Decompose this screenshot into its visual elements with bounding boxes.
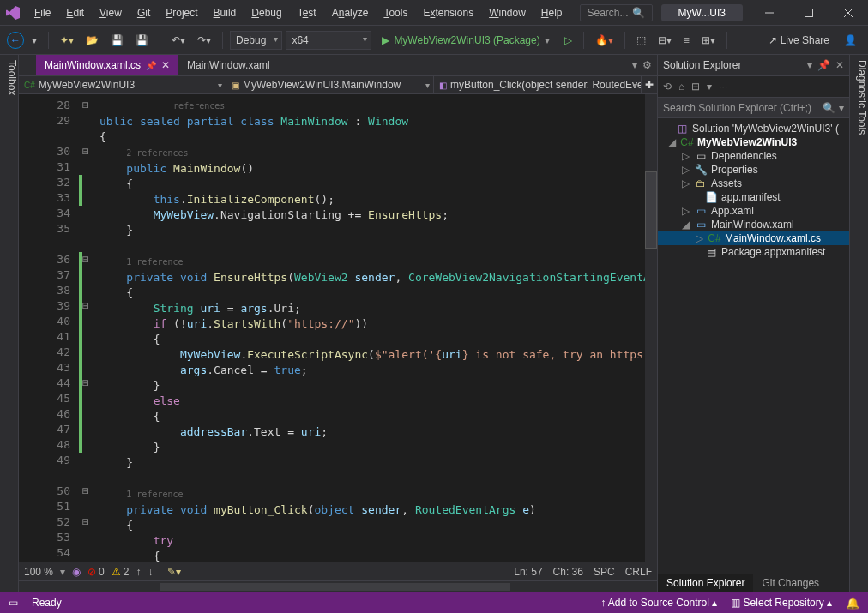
close-icon[interactable]: ✕ <box>161 59 170 71</box>
menu-help[interactable]: Help <box>534 3 570 22</box>
dropdown-icon[interactable]: ▾ <box>807 59 812 71</box>
eol-indicator[interactable]: CRLF <box>625 566 652 578</box>
nav-fwd-button[interactable]: ▾ <box>27 32 41 49</box>
tab-overflow-icon[interactable]: ▾ <box>632 59 637 71</box>
col-indicator[interactable]: Ch: 36 <box>553 566 583 578</box>
tb-btn-3[interactable]: ≡ <box>679 32 694 49</box>
menu-project[interactable]: Project <box>159 3 204 22</box>
warning-count[interactable]: 2 <box>124 566 130 578</box>
crumb-class[interactable]: ▣MyWebView2WinUI3.MainWindow <box>226 76 434 93</box>
toolbox-sidebar-tab[interactable]: Toolbox <box>0 55 19 592</box>
error-count[interactable]: 0 <box>99 566 105 578</box>
tab-solution-explorer[interactable]: Solution Explorer <box>658 574 753 592</box>
nav-down-button[interactable]: ↓ <box>148 566 153 578</box>
crumb-method[interactable]: ◧myButton_Click(object sender, RoutedEve… <box>434 76 642 93</box>
vertical-scrollbar[interactable] <box>645 94 657 562</box>
tab-mainwindow-cs[interactable]: MainWindow.xaml.cs 📌 ✕ <box>36 55 178 75</box>
menu-edit[interactable]: Edit <box>59 3 91 22</box>
package-manifest-node[interactable]: ▤Package.appxmanifest <box>658 245 849 259</box>
close-button[interactable] <box>829 0 868 26</box>
sol-collapse-icon[interactable]: ⊟ <box>691 81 700 93</box>
app-xaml-node[interactable]: ▷▭App.xaml <box>658 204 849 218</box>
solution-node[interactable]: ◫Solution 'MyWebView2WinUI3' ( <box>658 122 849 135</box>
codelens-ref[interactable]: 1 reference <box>126 257 183 267</box>
app-manifest-node[interactable]: 📄app.manifest <box>658 190 849 204</box>
properties-node[interactable]: ▷🔧Properties <box>658 163 849 177</box>
redo-button[interactable]: ↷▾ <box>193 32 215 49</box>
output-icon[interactable]: ▭ <box>9 597 18 609</box>
hscroll-thumb[interactable] <box>160 583 510 591</box>
menu-analyze[interactable]: Analyze <box>325 3 376 22</box>
lightbulb-icon[interactable]: ◉ <box>72 566 81 578</box>
select-repo-button[interactable]: ▥ Select Repository ▴ <box>731 597 832 609</box>
sol-home-icon[interactable]: ⟲ <box>663 81 672 93</box>
menu-tools[interactable]: Tools <box>377 3 414 22</box>
start-without-debug-button[interactable]: ▷ <box>560 32 576 49</box>
menu-git[interactable]: Git <box>130 3 157 22</box>
menu-debug[interactable]: Debug <box>244 3 288 22</box>
solution-tree[interactable]: ◫Solution 'MyWebView2WinUI3' ( ◢C#MyWebV… <box>658 118 849 574</box>
menu-file[interactable]: File <box>27 3 57 22</box>
code-editor[interactable]: 2829303132333435363738394041424344454647… <box>19 94 657 562</box>
panel-title: Solution Explorer <box>663 59 741 71</box>
zoom-level[interactable]: 100 % <box>24 566 53 578</box>
codelens-ref[interactable]: 1 reference <box>126 490 183 499</box>
crumb-split-button[interactable]: ✚ <box>642 76 657 93</box>
menu-test[interactable]: Test <box>291 3 323 22</box>
tb-btn-4[interactable]: ⊞▾ <box>697 32 720 49</box>
fold-gutter[interactable]: ⊟ ⊟ ⊟ ⊟ ⊟ ⊟ ⊟ <box>82 94 96 562</box>
minimize-button[interactable] <box>750 0 789 26</box>
live-share-button[interactable]: ↗Live Share <box>769 34 829 46</box>
new-item-button[interactable]: ✦▾ <box>56 32 78 49</box>
dependencies-node[interactable]: ▷▭Dependencies <box>658 149 849 163</box>
config-dropdown[interactable]: Debug <box>230 31 282 50</box>
scroll-thumb[interactable] <box>645 171 657 249</box>
hot-reload-button[interactable]: 🔥▾ <box>591 32 618 49</box>
indent-indicator[interactable]: SPC <box>594 566 615 578</box>
open-button[interactable]: 📂 <box>81 32 103 49</box>
platform-dropdown[interactable]: x64 <box>286 31 371 50</box>
account-button[interactable]: 👤 <box>840 32 861 49</box>
start-target-label: MyWebView2WinUI3 (Package) <box>394 34 539 46</box>
pin-icon[interactable]: 📌 <box>146 61 156 70</box>
pencil-icon[interactable]: ✎▾ <box>167 566 181 578</box>
tab-settings-icon[interactable]: ⚙ <box>642 59 652 71</box>
horizontal-scrollbar[interactable] <box>19 580 657 592</box>
refs-icon: ▭ <box>694 150 708 162</box>
save-button[interactable]: 💾 <box>106 32 128 49</box>
mainwindow-cs-node[interactable]: ▷C#MainWindow.xaml.cs <box>658 231 849 245</box>
add-source-control-button[interactable]: ↑ Add to Source Control ▴ <box>600 597 717 609</box>
start-debug-button[interactable]: ▶MyWebView2WinUI3 (Package)▾ <box>375 32 556 49</box>
pin-icon[interactable]: 📌 <box>817 59 830 71</box>
undo-button[interactable]: ↶▾ <box>167 32 190 49</box>
code-lines[interactable]: references ublic sealed partial class Ma… <box>96 94 645 562</box>
menu-extensions[interactable]: Extensions <box>416 3 480 22</box>
nav-up-button[interactable]: ↑ <box>136 566 141 578</box>
tab-git-changes[interactable]: Git Changes <box>753 574 828 592</box>
maximize-button[interactable] <box>789 0 829 26</box>
folder-icon: 🗀 <box>694 177 708 189</box>
mainwindow-xaml-node[interactable]: ◢▭MainWindow.xaml <box>658 218 849 231</box>
menu-build[interactable]: Build <box>207 3 244 22</box>
project-node[interactable]: ◢C#MyWebView2WinUI3 <box>658 135 849 149</box>
title-search[interactable]: Search...🔍 <box>580 4 653 21</box>
save-all-button[interactable]: 💾 <box>131 32 153 49</box>
menu-window[interactable]: Window <box>482 3 533 22</box>
tab-mainwindow-xaml[interactable]: MainWindow.xaml <box>178 55 279 75</box>
solution-explorer-header[interactable]: Solution Explorer ▾📌✕ <box>658 55 849 75</box>
codelens-ref[interactable]: 2 references <box>126 148 188 158</box>
line-indicator[interactable]: Ln: 57 <box>514 566 542 578</box>
notifications-icon[interactable]: 🔔 <box>846 597 859 610</box>
menu-view[interactable]: View <box>93 3 129 22</box>
tb-btn-2[interactable]: ⊟▾ <box>654 32 676 49</box>
nav-back-button[interactable]: ← <box>7 32 24 49</box>
solution-search[interactable]: Search Solution Explorer (Ctrl+;) 🔍▾ <box>658 98 849 118</box>
status-bar: ▭ Ready ↑ Add to Source Control ▴ ▥ Sele… <box>0 592 868 613</box>
diagnostic-tools-tab[interactable]: Diagnostic Tools <box>849 55 868 592</box>
assets-node[interactable]: ▷🗀Assets <box>658 177 849 190</box>
codelens-ref[interactable]: references <box>173 101 225 111</box>
close-icon[interactable]: ✕ <box>835 59 844 71</box>
crumb-project[interactable]: C#MyWebView2WinUI3 <box>19 76 226 93</box>
tb-btn-1[interactable]: ⬚ <box>632 32 650 49</box>
sol-home2-icon[interactable]: ⌂ <box>678 81 684 93</box>
